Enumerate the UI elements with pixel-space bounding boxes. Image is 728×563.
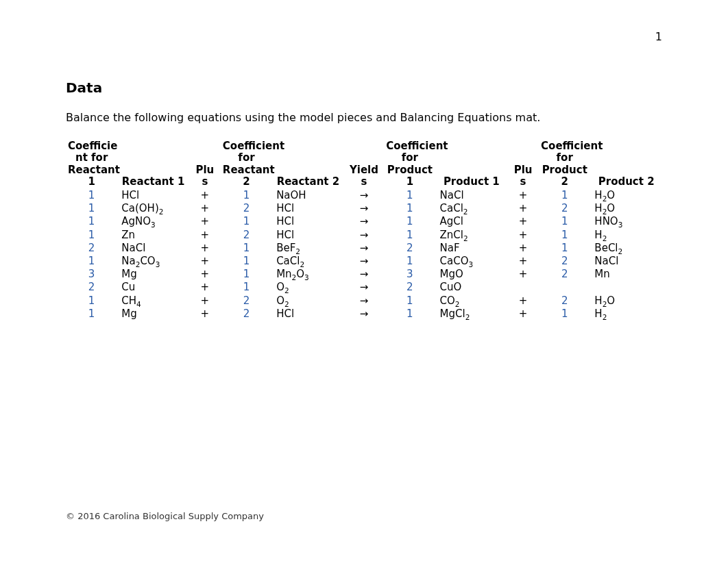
product-2: H2O (590, 202, 662, 215)
table-row: 3Mg+1Mn2O3→3MgO+2Mn (66, 268, 662, 281)
product-2: H2O (590, 189, 662, 202)
table-row: 2Cu+1O2→2CuO (66, 281, 662, 294)
coef-reactant-2: 1 (221, 189, 272, 202)
product-2: BeCl2 (590, 242, 662, 255)
col-header-coef-p2: Coefficient for Product 2 (539, 139, 590, 189)
table-row: 1Mg+2HCl→1MgCl2+1H2 (66, 308, 662, 321)
coef-reactant-1: 1 (66, 202, 117, 215)
product-2 (590, 281, 662, 294)
col-header-yields: Yield s (344, 139, 385, 189)
coef-product-2: 2 (539, 202, 590, 215)
instruction-text: Balance the following equations using th… (66, 111, 662, 124)
col-header-plus1: Plu s (189, 139, 221, 189)
col-header-plus2: Plu s (507, 139, 539, 189)
coef-product-1: 1 (384, 255, 435, 268)
reactant-1: Mg (117, 268, 189, 281)
plus-1: + (189, 242, 221, 255)
product-1: MgO (436, 268, 508, 281)
coef-reactant-2: 2 (221, 295, 272, 308)
col-header-coef-r1: Coefficie nt for Reactant 1 (66, 139, 117, 189)
coef-product-2: 1 (539, 308, 590, 321)
plus-2: + (507, 202, 539, 215)
reactant-1: Ca(OH)2 (117, 202, 189, 215)
coef-product-2: 2 (539, 255, 590, 268)
product-1: CaCl2 (436, 202, 508, 215)
product-1: ZnCl2 (436, 229, 508, 242)
plus-1: + (189, 268, 221, 281)
product-2: H2 (590, 229, 662, 242)
coef-product-1: 1 (384, 295, 435, 308)
coef-reactant-2: 1 (221, 255, 272, 268)
coef-reactant-2: 1 (221, 215, 272, 228)
coef-reactant-1: 1 (66, 308, 117, 321)
plus-2: + (507, 229, 539, 242)
yields-arrow: → (344, 229, 385, 242)
yields-arrow: → (344, 189, 385, 202)
coef-reactant-1: 3 (66, 268, 117, 281)
yields-arrow: → (344, 202, 385, 215)
product-2: H2 (590, 308, 662, 321)
product-2: Mn (590, 268, 662, 281)
coef-reactant-1: 1 (66, 215, 117, 228)
coef-product-1: 2 (384, 281, 435, 294)
plus-1: + (189, 189, 221, 202)
table-header-row: Coefficie nt for Reactant 1 Reactant 1 P… (66, 139, 662, 189)
coef-reactant-2: 2 (221, 229, 272, 242)
coef-reactant-2: 1 (221, 242, 272, 255)
reactant-1: AgNO3 (117, 215, 189, 228)
col-header-coef-p1: Coefficient for Product 1 (384, 139, 435, 189)
coef-reactant-2: 2 (221, 308, 272, 321)
product-1: NaF (436, 242, 508, 255)
page-number: 1 (655, 30, 662, 43)
table-row: 1HCl+1NaOH→1NaCl+1H2O (66, 189, 662, 202)
plus-2: + (507, 255, 539, 268)
coef-product-1: 2 (384, 242, 435, 255)
coef-reactant-1: 2 (66, 281, 117, 294)
coef-product-2: 2 (539, 295, 590, 308)
reactant-1: Mg (117, 308, 189, 321)
plus-2: + (507, 215, 539, 228)
table-row: 1Zn+2HCl→1ZnCl2+1H2 (66, 229, 662, 242)
coef-reactant-1: 1 (66, 255, 117, 268)
product-2: NaCl (590, 255, 662, 268)
coef-product-1: 1 (384, 215, 435, 228)
coef-product-1: 1 (384, 229, 435, 242)
product-2: HNO3 (590, 215, 662, 228)
reactant-2: NaOH (272, 189, 344, 202)
table-row: 2NaCl+1BeF2→2NaF+1BeCl2 (66, 242, 662, 255)
reactant-1: Na2CO3 (117, 255, 189, 268)
plus-1: + (189, 308, 221, 321)
coef-product-2: 1 (539, 242, 590, 255)
coef-product-2: 1 (539, 229, 590, 242)
yields-arrow: → (344, 255, 385, 268)
reactant-2: Mn2O3 (272, 268, 344, 281)
plus-1: + (189, 295, 221, 308)
plus-2: + (507, 295, 539, 308)
plus-2 (507, 281, 539, 294)
section-title: Data (66, 79, 662, 96)
product-1: CO2 (436, 295, 508, 308)
plus-1: + (189, 215, 221, 228)
col-header-coef-r2: Coefficient for Reactant 2 (221, 139, 272, 189)
coef-product-2: 1 (539, 189, 590, 202)
yields-arrow: → (344, 281, 385, 294)
col-header-react1: Reactant 1 (117, 139, 189, 189)
yields-arrow: → (344, 308, 385, 321)
reactant-1: NaCl (117, 242, 189, 255)
product-2: H2O (590, 295, 662, 308)
equations-table: Coefficie nt for Reactant 1 Reactant 1 P… (66, 139, 662, 321)
reactant-2: CaCl2 (272, 255, 344, 268)
coef-reactant-1: 2 (66, 242, 117, 255)
product-1: MgCl2 (436, 308, 508, 321)
reactant-1: HCl (117, 189, 189, 202)
coef-reactant-1: 1 (66, 189, 117, 202)
coef-reactant-1: 1 (66, 295, 117, 308)
reactant-2: HCl (272, 215, 344, 228)
copyright-footer: © 2016 Carolina Biological Supply Compan… (66, 511, 264, 521)
product-1: CuO (436, 281, 508, 294)
reactant-2: O2 (272, 281, 344, 294)
plus-2: + (507, 308, 539, 321)
table-row: 1CH4+2O2→1CO2+2H2O (66, 295, 662, 308)
plus-2: + (507, 242, 539, 255)
coef-reactant-1: 1 (66, 229, 117, 242)
